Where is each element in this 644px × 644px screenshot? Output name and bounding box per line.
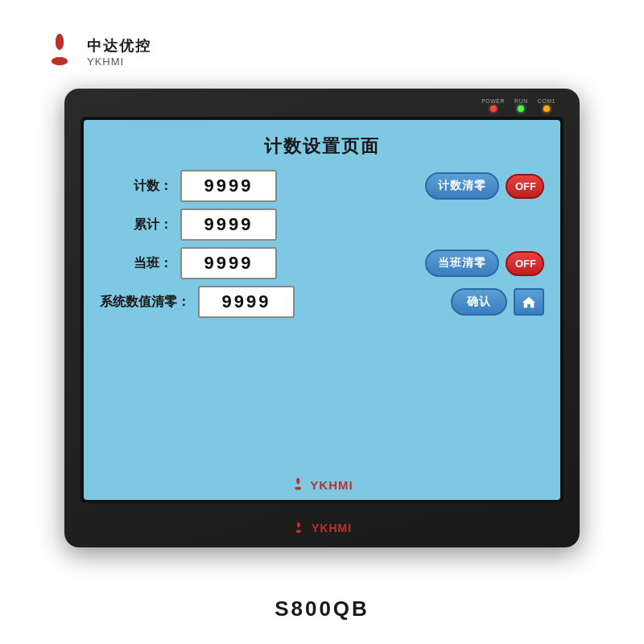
indicator-run: RUN xyxy=(514,98,528,112)
power-dot xyxy=(490,105,497,112)
svg-point-11 xyxy=(296,530,302,532)
label-leiji: 累计： xyxy=(100,217,172,233)
value-leiji: 9999 xyxy=(180,208,277,241)
label-dangban: 当班： xyxy=(100,255,172,272)
btn-dangban-off[interactable]: OFF xyxy=(506,251,544,276)
home-icon xyxy=(522,295,536,309)
screen-brand: YKHMI xyxy=(291,477,353,492)
btn-jishu-clear[interactable]: 计数清零 xyxy=(425,172,499,200)
device-model: S800QB xyxy=(275,597,369,621)
row4-actions: 确认 xyxy=(451,288,544,316)
row-dangban: 当班： 9999 当班清零 OFF xyxy=(100,247,544,279)
com1-dot xyxy=(543,105,550,112)
indicator-power: POWER xyxy=(481,98,505,112)
hmi-brand-icon xyxy=(292,522,305,535)
btn-confirm[interactable]: 确认 xyxy=(451,288,507,316)
hmi-device: POWER RUN COM1 计数设置页面 计数： 9999 计数清零 xyxy=(64,89,580,547)
svg-point-6 xyxy=(296,478,299,485)
svg-point-2 xyxy=(56,34,64,50)
row-jishu: 计数： 9999 计数清零 OFF xyxy=(100,170,544,202)
label-xitong: 系统数值清零： xyxy=(100,294,190,311)
data-section: 计数： 9999 计数清零 OFF 累计： 9999 当班： 9999 xyxy=(84,170,560,318)
logo-area: 中达优控 YKHMI xyxy=(40,32,151,71)
value-xitong: 9999 xyxy=(198,286,295,318)
com1-label: COM1 xyxy=(538,98,555,104)
btn-dangban-clear[interactable]: 当班清零 xyxy=(425,250,499,277)
hmi-brand-text: YKHMI xyxy=(312,522,352,535)
hmi-bottom-brand: YKHMI xyxy=(292,522,352,535)
screen-brand-icon xyxy=(291,477,305,492)
indicator-bar: POWER RUN COM1 xyxy=(481,98,555,112)
svg-point-7 xyxy=(295,487,302,490)
row3-actions: 当班清零 OFF xyxy=(425,250,544,277)
screen-title: 计数设置页面 xyxy=(84,120,560,170)
run-dot xyxy=(518,105,524,112)
btn-jishu-off[interactable]: OFF xyxy=(506,174,544,199)
run-label: RUN xyxy=(514,98,528,104)
value-jishu: 9999 xyxy=(180,170,277,202)
svg-point-10 xyxy=(297,522,299,528)
logo-text: 中达优控 YKHMI xyxy=(87,36,151,68)
value-dangban: 9999 xyxy=(180,247,277,279)
screen-brand-text: YKHMI xyxy=(310,478,353,492)
svg-point-3 xyxy=(52,57,68,65)
row-xitong: 系统数值清零： 9999 确认 xyxy=(100,286,544,318)
screen-display: 计数设置页面 计数： 9999 计数清零 OFF 累计： 9999 xyxy=(84,120,560,500)
logo-en: YKHMI xyxy=(87,56,151,68)
indicator-com1: COM1 xyxy=(538,98,555,112)
label-jishu: 计数： xyxy=(100,178,172,195)
power-label: POWER xyxy=(481,98,505,104)
screen-bezel: 计数设置页面 计数： 9999 计数清零 OFF 累计： 9999 xyxy=(80,117,564,503)
btn-home[interactable] xyxy=(514,288,544,316)
logo-cn: 中达优控 xyxy=(87,36,151,56)
logo-icon xyxy=(40,32,79,71)
row1-actions: 计数清零 OFF xyxy=(425,172,544,200)
row-leiji: 累计： 9999 xyxy=(100,208,544,241)
